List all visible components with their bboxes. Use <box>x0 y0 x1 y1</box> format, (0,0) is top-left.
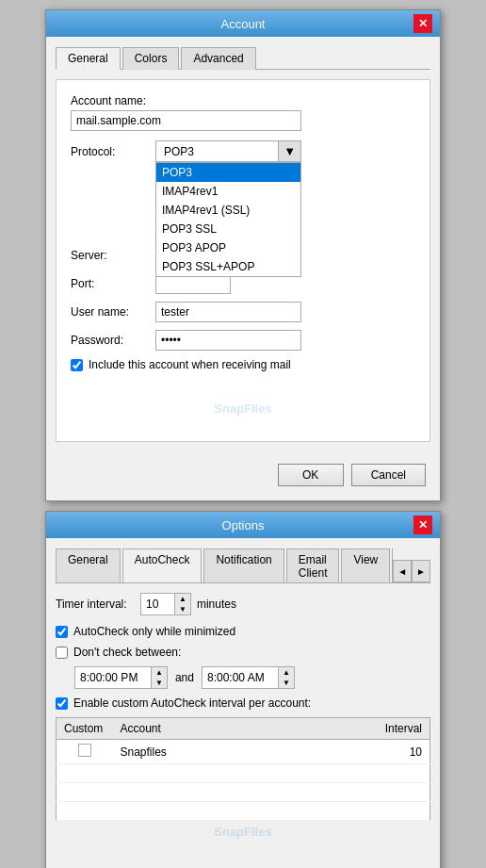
enable-custom-checkbox[interactable] <box>56 697 68 710</box>
and-label: and <box>175 671 194 684</box>
protocol-dropdown-arrow[interactable]: ▼ <box>278 141 300 161</box>
time-from-up[interactable]: ▲ <box>152 667 167 678</box>
include-label: Include this account when receiving mail <box>89 358 291 371</box>
options-tabs-scroll: General AutoCheck Notification Email Cli… <box>56 548 393 582</box>
time-to-input[interactable] <box>202 668 278 687</box>
timer-spinner: ▲ ▼ <box>140 593 191 615</box>
tab-advanced[interactable]: Advanced <box>181 47 255 70</box>
row-custom-cell <box>57 740 113 764</box>
row-interval-cell: 10 <box>284 740 429 764</box>
dont-check-label: Don't check between: <box>73 646 181 659</box>
account-table: Custom Account Interval Snapfiles 10 <box>56 717 430 821</box>
protocol-value: POP3 <box>156 142 278 161</box>
tab-notification[interactable]: Notification <box>203 549 284 582</box>
timer-label: Timer interval: <box>56 598 140 611</box>
autocheck-minimized-label: AutoCheck only while minimized <box>73 625 235 638</box>
col-interval: Interval <box>284 718 429 740</box>
username-input[interactable] <box>155 302 301 322</box>
timer-input[interactable] <box>141 595 174 614</box>
time-from-spinner: ▲ ▼ <box>74 666 168 689</box>
tab-view[interactable]: View <box>341 549 390 582</box>
protocol-option-pop3-ssl-apop[interactable]: POP3 SSL+APOP <box>156 257 300 276</box>
row-account-cell: Snapfiles <box>113 740 284 764</box>
timer-spinner-buttons: ▲ ▼ <box>174 594 190 614</box>
options-title: Options <box>73 518 413 532</box>
time-from-arrows: ▲ ▼ <box>151 667 167 688</box>
col-account: Account <box>113 718 284 740</box>
protocol-option-pop3-ssl[interactable]: POP3 SSL <box>156 220 300 238</box>
account-tabs: General Colors Advanced <box>56 46 430 70</box>
protocol-option-pop3-apop[interactable]: POP3 APOP <box>156 238 300 257</box>
time-from-down[interactable]: ▼ <box>152 678 167 688</box>
timer-down-button[interactable]: ▼ <box>175 604 190 614</box>
dont-check-row: Don't check between: <box>56 646 430 659</box>
protocol-option-imap4rev1-ssl[interactable]: IMAP4rev1 (SSL) <box>156 201 300 220</box>
account-ok-button[interactable]: OK <box>278 464 344 486</box>
options-window: Options ✕ General AutoCheck Notification… <box>45 511 441 868</box>
protocol-dropdown: POP3 IMAP4rev1 IMAP4rev1 (SSL) POP3 SSL … <box>155 162 301 277</box>
dont-check-checkbox[interactable] <box>56 647 68 659</box>
time-to-spinner: ▲ ▼ <box>202 666 295 689</box>
time-to-down[interactable]: ▼ <box>279 678 294 688</box>
account-content: General Colors Advanced Account name: Pr… <box>46 37 440 500</box>
username-row: User name: <box>71 302 415 322</box>
table-header: Custom Account Interval <box>57 718 430 740</box>
options-tabs-container: General AutoCheck Notification Email Cli… <box>56 548 430 583</box>
tab-general[interactable]: General <box>56 549 121 582</box>
account-form-box: Account name: Protocol: POP3 ▼ POP3 IMAP… <box>56 79 430 442</box>
time-to-arrows: ▲ ▼ <box>278 667 294 688</box>
account-close-button[interactable]: ✕ <box>413 14 432 33</box>
protocol-option-imap4rev1[interactable]: IMAP4rev1 <box>156 182 300 201</box>
time-from-input[interactable] <box>75 668 151 687</box>
table-row: Snapfiles 10 <box>57 740 430 764</box>
username-label: User name: <box>71 305 155 319</box>
account-name-label: Account name: <box>71 94 415 107</box>
port-label: Port: <box>71 277 155 290</box>
tab-general[interactable]: General <box>56 47 121 70</box>
tab-tray-icon[interactable]: Tray Icon <box>392 549 393 582</box>
protocol-label: Protocol: <box>71 145 155 158</box>
options-button-row: OK Cancel <box>56 864 430 868</box>
tab-autocheck[interactable]: AutoCheck <box>122 549 202 582</box>
account-name-input[interactable] <box>71 110 301 131</box>
include-checkbox[interactable] <box>71 359 83 371</box>
account-title-bar: Account ✕ <box>46 10 440 37</box>
time-to-up[interactable]: ▲ <box>279 667 294 678</box>
table-empty-row-2 <box>57 783 430 802</box>
autocheck-panel: Timer interval: ▲ ▼ minutes AutoCheck on… <box>56 593 430 850</box>
protocol-select-wrapper: POP3 ▼ POP3 IMAP4rev1 IMAP4rev1 (SSL) PO… <box>155 140 301 162</box>
account-cancel-button[interactable]: Cancel <box>351 464 426 486</box>
tabs-scroll-buttons: ◄ ► <box>393 560 430 583</box>
account-name-group: Account name: <box>71 94 415 131</box>
custom-table-container: Custom Account Interval Snapfiles 10 <box>56 717 430 821</box>
password-label: Password: <box>71 334 155 347</box>
timer-row: Timer interval: ▲ ▼ minutes <box>56 593 430 615</box>
autocheck-minimized-row: AutoCheck only while minimized <box>56 625 430 638</box>
time-range-row: ▲ ▼ and ▲ ▼ <box>74 666 430 689</box>
options-title-bar: Options ✕ <box>46 512 440 538</box>
tab-scroll-right[interactable]: ► <box>412 560 430 582</box>
autocheck-minimized-checkbox[interactable] <box>56 626 68 638</box>
password-input[interactable] <box>155 330 301 351</box>
account-title: Account <box>73 17 413 31</box>
server-label: Server: <box>71 249 155 262</box>
row-custom-checkbox[interactable] <box>78 744 91 757</box>
tab-scroll-left[interactable]: ◄ <box>393 560 412 582</box>
options-close-button[interactable]: ✕ <box>413 516 432 534</box>
include-checkbox-row: Include this account when receiving mail <box>71 358 415 371</box>
timer-up-button[interactable]: ▲ <box>175 594 190 604</box>
enable-custom-label: Enable custom AutoCheck interval per acc… <box>73 696 311 710</box>
account-button-row: OK Cancel <box>56 456 430 491</box>
password-row: Password: <box>71 330 415 351</box>
dont-check-section: Don't check between: ▲ ▼ and ▲ <box>56 646 430 689</box>
table-empty-row-3 <box>57 802 430 821</box>
account-window: Account ✕ General Colors Advanced Accoun… <box>45 9 441 501</box>
protocol-option-pop3[interactable]: POP3 <box>156 163 300 182</box>
tab-colors[interactable]: Colors <box>122 47 180 70</box>
protocol-row: Protocol: POP3 ▼ POP3 IMAP4rev1 IMAP4rev… <box>71 140 415 162</box>
enable-custom-row: Enable custom AutoCheck interval per acc… <box>56 696 430 710</box>
options-content: General AutoCheck Notification Email Cli… <box>46 538 440 868</box>
tab-email-client[interactable]: Email Client <box>286 549 340 582</box>
account-watermark: SnapFiles <box>71 379 415 427</box>
timer-unit: minutes <box>197 598 236 611</box>
